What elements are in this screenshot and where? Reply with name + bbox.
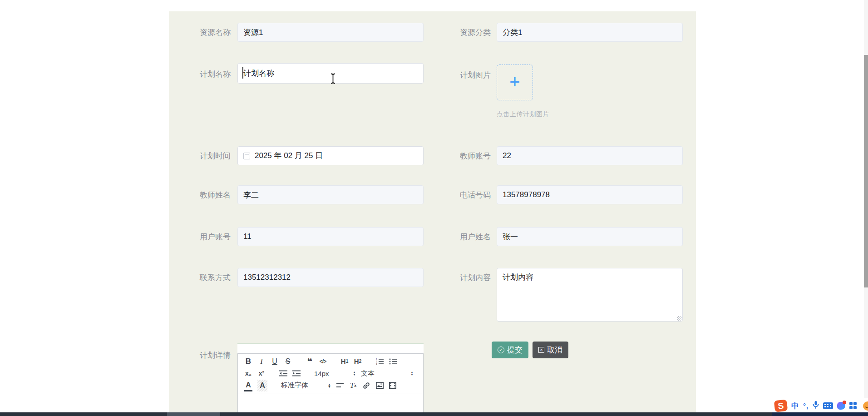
punctuation-mode-icon[interactable]: °, (803, 402, 809, 410)
link-icon[interactable] (362, 380, 370, 391)
contact-label: 联系方式 (158, 273, 231, 283)
plan-content-textarea[interactable]: 计划内容 (497, 268, 683, 322)
resource-name-input[interactable] (237, 23, 424, 42)
plan-name-label: 计划名称 (158, 69, 231, 79)
ime-skin-icon[interactable] (837, 402, 845, 410)
bullet-list-icon[interactable] (389, 356, 397, 367)
user-account-input[interactable] (237, 227, 424, 246)
blockquote-button[interactable]: ❝ (306, 356, 314, 367)
plan-image-upload[interactable]: + (497, 64, 533, 100)
user-name-label: 用户姓名 (418, 232, 491, 242)
teacher-account-label: 教师账号 (418, 151, 491, 161)
user-account-label: 用户账号 (158, 232, 231, 242)
calendar-icon (243, 153, 250, 159)
plus-icon: + (509, 73, 520, 91)
submit-button[interactable]: ✓ 提交 (492, 342, 528, 358)
bold-button[interactable]: B (244, 356, 252, 367)
mouse-ibeam-cursor (330, 73, 336, 86)
align-icon[interactable] (336, 380, 344, 391)
submit-label: 提交 (507, 345, 523, 355)
horizontal-scrollbar-thumb[interactable] (167, 412, 220, 416)
teacher-name-input[interactable] (237, 185, 424, 204)
outdent-icon[interactable] (279, 368, 287, 379)
text-background-button[interactable]: A (257, 380, 267, 391)
header2-button[interactable]: H2 (354, 356, 362, 367)
x-square-icon: × (538, 347, 544, 353)
underline-button[interactable]: U (271, 356, 279, 367)
ordered-list-icon[interactable]: 123 (375, 356, 384, 367)
textarea-resize-handle[interactable] (677, 316, 682, 321)
resource-name-label: 资源名称 (158, 28, 231, 38)
font-size-dropdown[interactable]: 14px ▲▼ (314, 370, 356, 377)
toolbar-row-2: x₂ x² 14px ▲▼ 文本 ▲▼ (244, 367, 417, 379)
upload-hint-text: 点击上传计划图片 (497, 110, 549, 119)
bottom-bar-right-segment (772, 412, 868, 416)
virtual-keyboard-icon[interactable] (823, 402, 833, 409)
code-block-button[interactable]: </> (319, 356, 327, 367)
subscript-button[interactable]: x₂ (244, 368, 252, 379)
header1-button[interactable]: H1 (340, 356, 349, 367)
microphone-icon[interactable] (813, 401, 819, 411)
editor-content-area[interactable] (237, 393, 424, 414)
superscript-button[interactable]: x² (257, 368, 266, 379)
plan-time-value: 2025 年 02 月 25 日 (255, 147, 323, 165)
chinese-mode-icon[interactable]: 中 (791, 401, 799, 411)
text-caret (242, 67, 243, 79)
ime-toolbox-icon[interactable] (849, 402, 857, 409)
font-family-dropdown[interactable]: 标准字体 ▲▼ (281, 381, 331, 390)
toolbar-row-1: B I U S ❝ </> H1 H2 123 (244, 356, 417, 367)
vertical-scrollbar-thumb[interactable] (864, 55, 868, 287)
plan-detail-label: 计划详情 (158, 351, 231, 361)
plan-time-label: 计划时间 (158, 151, 231, 161)
text-color-button[interactable]: A (244, 379, 252, 391)
contact-input[interactable] (237, 268, 424, 287)
indent-icon[interactable] (292, 368, 301, 379)
clear-format-button[interactable]: Tx (349, 380, 357, 391)
horizontal-scrollbar-track[interactable] (0, 412, 868, 416)
updown-arrows-icon: ▲▼ (328, 383, 331, 388)
resource-category-label: 资源分类 (418, 28, 491, 38)
svg-text:3: 3 (376, 362, 377, 365)
toolbar-row-3: A A 标准字体 ▲▼ Tx (244, 380, 417, 391)
image-icon[interactable] (375, 380, 384, 391)
editor-top-strip (237, 343, 424, 353)
plan-time-picker[interactable]: 2025 年 02 月 25 日 (237, 146, 424, 165)
ime-toolbar: S 中 °, (774, 399, 857, 412)
phone-number-label: 电话号码 (418, 190, 491, 200)
updown-arrows-icon: ▲▼ (353, 371, 356, 376)
italic-button[interactable]: I (257, 356, 266, 367)
emoji-icon[interactable] (863, 401, 868, 411)
check-circle-icon: ✓ (498, 347, 504, 353)
user-name-input[interactable] (497, 227, 683, 246)
plan-content-label: 计划内容 (418, 273, 491, 283)
teacher-account-input[interactable] (497, 146, 683, 165)
cancel-label: 取消 (547, 345, 562, 355)
sogou-logo-icon[interactable]: S (774, 399, 788, 412)
plan-image-label: 计划图片 (418, 70, 491, 80)
resource-category-input[interactable] (497, 23, 683, 42)
strike-button[interactable]: S (284, 356, 292, 367)
phone-number-input[interactable] (497, 185, 683, 204)
paragraph-dropdown[interactable]: 文本 ▲▼ (361, 369, 414, 378)
video-icon[interactable] (389, 380, 397, 391)
editor-toolbar: B I U S ❝ </> H1 H2 123 x₂ x² 14px ▲▼ (237, 353, 424, 393)
teacher-name-label: 教师姓名 (158, 190, 231, 200)
updown-arrows-icon: ▲▼ (410, 371, 414, 376)
cancel-button[interactable]: × 取消 (533, 342, 568, 358)
